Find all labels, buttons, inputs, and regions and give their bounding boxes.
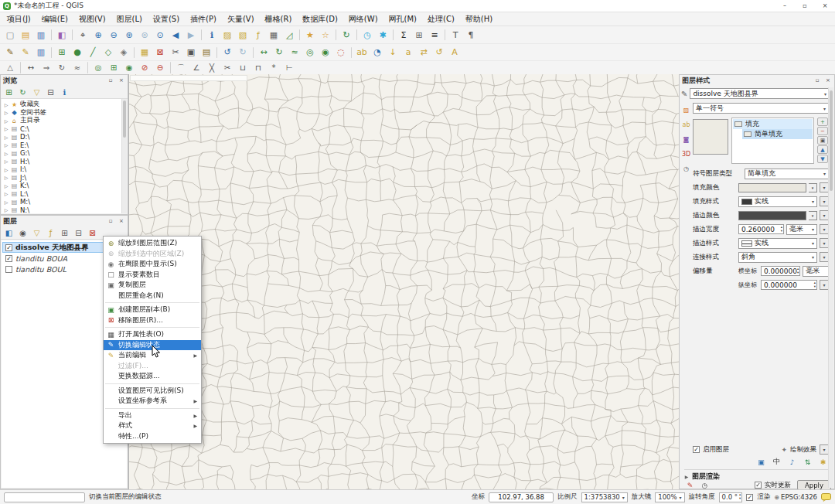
rotate-features-icon[interactable]: ↻ — [54, 62, 70, 73]
layer-diagram-icon[interactable]: ◔ — [370, 46, 385, 60]
context-copy-layer[interactable]: ▣ 复制图层 — [104, 280, 201, 291]
menu-mesh[interactable]: 网孔(M) — [383, 12, 422, 26]
measure-icon[interactable]: ◿ — [281, 28, 297, 42]
pin-labels-icon[interactable]: ↓ — [385, 46, 400, 60]
highlight-labels-icon[interactable]: a — [400, 46, 416, 60]
zoom-to-selection-icon[interactable]: ⊚ — [137, 28, 152, 42]
stroke-color-dropdown-icon[interactable] — [809, 211, 817, 220]
browser-add-layer-icon[interactable]: ⊞ — [2, 87, 15, 98]
undo-icon[interactable]: ↺ — [220, 46, 235, 60]
pan-map-icon[interactable]: ⌖ — [75, 28, 90, 42]
statistics-icon[interactable]: Σ — [396, 28, 411, 42]
merge-features-icon[interactable]: ⊔ — [235, 62, 250, 73]
style-library-icon[interactable]: ▣ — [755, 457, 767, 467]
offset-y-spinbox[interactable]: 0.000000 — [761, 280, 817, 290]
context-zoom-to-layer[interactable]: ⊕ 缩放到图层范围(Z) — [104, 238, 201, 249]
browser-filter-icon[interactable]: ▽ — [30, 87, 43, 98]
styling-close-icon[interactable]: × — [824, 77, 832, 83]
annotation-text-icon[interactable]: T — [448, 28, 463, 42]
add-polygon-icon[interactable]: ◇ — [101, 46, 116, 60]
maximize-icon[interactable]: ▫ — [795, 0, 815, 12]
freeze-canvas-icon[interactable]: ✱ — [375, 28, 390, 42]
save-project-icon[interactable]: ▥ — [33, 28, 49, 42]
fill-ring2-icon[interactable]: ◉ — [121, 62, 137, 73]
merge-attributes-icon[interactable]: ⊓ — [250, 62, 266, 73]
messages-icon[interactable] — [821, 493, 831, 502]
layers-filter-legend-icon[interactable]: ▽ — [30, 227, 43, 239]
current-edits-icon[interactable]: ✎ — [2, 46, 18, 60]
layers-map-themes-icon[interactable]: ◉ — [16, 227, 29, 239]
simplify-feature-icon[interactable]: ≈ — [287, 46, 302, 60]
symbol-layer-type-select[interactable]: 简单填充 — [745, 169, 829, 179]
browser-item-drive-h[interactable]: ▷ ▤ H:\ — [4, 158, 121, 166]
menu-vector[interactable]: 矢量(V) — [222, 12, 260, 26]
toggle-editing-icon[interactable]: ✎ — [18, 46, 33, 60]
menu-raster[interactable]: 栅格(R) — [260, 12, 298, 26]
browser-item-drive-c[interactable]: ▷ ▤ C:\ — [4, 125, 121, 134]
zoom-in-icon[interactable]: ⊕ — [90, 28, 106, 42]
context-styles[interactable]: 样式 ▶ — [104, 421, 201, 431]
browser-item-drive-k[interactable]: ▷ ▤ K:\ — [4, 182, 121, 190]
open-project-icon[interactable]: ▤ — [18, 28, 33, 42]
styling-tab-labels[interactable]: ab — [681, 119, 692, 130]
close-icon[interactable]: × — [815, 0, 835, 12]
live-update-checkbox[interactable]: ✓ — [755, 482, 762, 489]
style-options-icon[interactable]: ✱ — [817, 457, 829, 467]
stroke-color-button[interactable] — [738, 211, 806, 220]
browser-properties-icon[interactable]: ℹ — [58, 87, 71, 98]
cut-features-icon[interactable]: ✂ — [168, 46, 183, 60]
zoom-next-icon[interactable]: ▶ — [183, 28, 199, 42]
layer-visibility-checkbox[interactable] — [5, 266, 12, 273]
styling-scrollbar[interactable] — [828, 87, 833, 488]
stroke-width-spinbox[interactable]: 0.260000 — [738, 224, 784, 234]
attribute-table-icon[interactable]: ▦ — [266, 28, 281, 42]
rotate-feature-icon[interactable]: ↻ — [271, 46, 287, 60]
menu-edit[interactable]: 编辑(E) — [36, 12, 73, 26]
select-expression-icon[interactable]: ƒ — [250, 28, 266, 42]
zoom-to-layer-icon[interactable]: ⊙ — [152, 28, 168, 42]
rotate-point-symbols-icon[interactable]: * — [266, 62, 281, 73]
minimize-icon[interactable]: – — [775, 0, 795, 12]
styling-tab-history[interactable]: ◷ — [681, 163, 692, 174]
enable-layer-checkbox[interactable]: ✓ — [693, 446, 700, 453]
stroke-style-select[interactable]: 实线 — [738, 238, 817, 249]
layers-filter-expression-icon[interactable]: ƒ — [44, 227, 57, 239]
symbol-tree-simple-fill-item[interactable]: 简单填充 — [742, 129, 813, 139]
rotation-spinbox[interactable]: 0.0 ° — [719, 492, 743, 502]
add-line-icon[interactable]: ╱ — [85, 46, 101, 60]
move-feature-icon[interactable]: ↔ — [256, 46, 271, 60]
refresh-map-icon[interactable]: ↻ — [339, 28, 354, 42]
copy-move-features-icon[interactable]: ⇒ — [39, 62, 54, 73]
menu-processing[interactable]: 处理(C) — [422, 12, 460, 26]
processing-toolbox-icon[interactable]: ⊞ — [411, 28, 427, 42]
menu-web[interactable]: 网络(W) — [343, 12, 383, 26]
browser-item-drive-n[interactable]: ▷ ▤ N:\ — [4, 206, 121, 214]
add-ring2-icon[interactable]: ◎ — [90, 62, 106, 73]
styling-tab-3d[interactable]: 3D — [681, 148, 692, 159]
browser-collapse-icon[interactable]: ⊟ — [44, 87, 57, 98]
delete-part-icon[interactable]: ⊖ — [152, 62, 168, 73]
layer-visibility-checkbox[interactable] — [5, 255, 12, 262]
context-change-data-source[interactable]: 更换数据源... — [104, 371, 201, 382]
layers-close-icon[interactable]: × — [118, 218, 125, 224]
trim-extend-icon[interactable]: ⊢ — [281, 62, 297, 73]
delete-ring-icon[interactable]: ◌ — [333, 46, 349, 60]
enable-advanced-digitizing-icon[interactable]: △ — [2, 62, 18, 73]
move-label-icon[interactable]: ⇄ — [416, 46, 431, 60]
add-point-icon[interactable]: ● — [70, 46, 85, 60]
symbol-duplicate-button[interactable]: ▣ — [817, 136, 828, 145]
new-project-icon[interactable]: ▢ — [2, 28, 18, 42]
browser-item-drive-d[interactable]: ▷ ▤ D:\ — [4, 133, 121, 141]
deselect-icon[interactable]: ▧ — [235, 28, 250, 42]
browser-refresh-icon[interactable]: ↻ — [16, 87, 29, 98]
split-parts-icon[interactable]: ✂ — [220, 62, 235, 73]
context-open-attribute-table[interactable]: ▦ 打开属性表(O) — [104, 329, 201, 340]
browser-scrollbar[interactable] — [121, 99, 127, 213]
fill-style-select[interactable]: 实线 — [738, 196, 817, 207]
select-features-icon[interactable]: ▨ — [220, 28, 235, 42]
context-filter[interactable]: 过滤(F)... — [104, 361, 201, 372]
menu-view[interactable]: 视图(V) — [73, 12, 111, 26]
fill-color-button[interactable] — [738, 183, 806, 192]
style-center-icon[interactable]: 中 — [771, 457, 782, 467]
layers-dock-icon[interactable]: ▫ — [107, 218, 114, 224]
